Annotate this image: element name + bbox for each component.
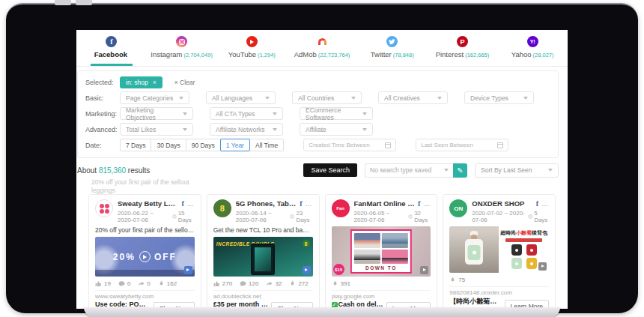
countries-select[interactable]: All Countries <box>292 91 362 104</box>
select-value: No search type saved <box>370 166 431 174</box>
tab-count: (28,027) <box>533 52 554 58</box>
share-icon <box>138 280 145 287</box>
ad-creative-image[interactable]: INCREDIBLE DOUBLE 8 <box>213 237 313 277</box>
results-count-text: About 815,360 results <box>77 166 150 175</box>
save-search-button[interactable]: Save Search <box>303 163 357 177</box>
more-icon[interactable]: … <box>306 200 313 208</box>
sort-select[interactable]: Sort By Last Seen <box>475 163 559 178</box>
created-time-input[interactable]: Created Time Between <box>303 139 396 151</box>
stat-value: 391 <box>341 280 350 287</box>
advertiser-name[interactable]: Sweaty Betty London | Wom... <box>118 199 178 208</box>
ad-card-fanmart[interactable]: Fan FanMart Online Shopping - F... f … 2… <box>325 194 438 309</box>
cta-types-select[interactable]: All CTA Types <box>210 107 283 120</box>
select-value: All CTA Types <box>216 110 255 118</box>
creatives-select[interactable]: All Creatives <box>378 91 448 104</box>
clear-filters-link[interactable]: × Clear <box>174 79 195 86</box>
date-30days-button[interactable]: 30 Days <box>151 139 186 151</box>
engagement-stats: 75 <box>449 273 549 287</box>
tab-pinterest[interactable]: P Pinterest(162,665) <box>428 30 498 66</box>
clock-icon <box>528 214 532 220</box>
more-icon[interactable]: … <box>541 200 549 208</box>
advertiser-avatar: Fan <box>332 199 350 217</box>
edit-saved-search-button[interactable]: ✎ <box>453 163 467 178</box>
select-value: Total Likes <box>126 126 156 133</box>
marketing-objectives-select[interactable]: Marketing Objectives <box>120 107 193 120</box>
ee-logo-icon: 8 <box>303 240 310 247</box>
ad-body-text: 20% off your first pair of the sellout l… <box>95 226 195 234</box>
thumb-up-icon <box>213 280 220 287</box>
selected-filter-chip[interactable]: in: shop× <box>120 76 162 88</box>
ad-card-sweaty-betty[interactable]: Sweaty Betty London | Wom... f … 2020-06… <box>88 194 201 309</box>
camera-icon <box>179 39 185 45</box>
headline-part: 超時尚 <box>500 230 516 235</box>
tab-admob[interactable]: AdMob(22,723,764) <box>287 30 357 66</box>
advertiser-name[interactable]: FanMart Online Shopping - F... <box>354 199 415 208</box>
stat-value: 272 <box>298 280 308 287</box>
flame-icon <box>289 280 296 287</box>
chevron-down-icon <box>273 112 277 115</box>
ad-domain: play.google.com <box>332 291 431 301</box>
last-seen-input[interactable]: Last Seen Between <box>416 139 508 151</box>
chevron-down-icon <box>265 97 270 100</box>
comments-stat: 0 <box>118 280 130 287</box>
ad-creative-image[interactable]: 20% OFF <box>95 237 195 277</box>
chevron-down-icon <box>362 112 367 115</box>
date-90days-button[interactable]: 90 Days <box>186 139 221 151</box>
languages-select[interactable]: All Languages <box>206 91 276 104</box>
admob-icon <box>317 36 328 47</box>
headline-part-red: 小雛菊 <box>516 230 532 235</box>
date-7days-button[interactable]: 7 Days <box>120 139 151 151</box>
tab-twitter[interactable]: Twitter(78,848) <box>357 30 428 66</box>
days-running: 15 Days <box>172 210 195 223</box>
heat-stat: 391 <box>332 280 350 287</box>
share-icon <box>266 280 273 287</box>
total-likes-select[interactable]: Total Likes <box>120 123 193 136</box>
product-photo <box>354 250 380 265</box>
clock-icon <box>290 214 294 220</box>
advertiser-name[interactable]: ONXDER SHOP <box>472 199 532 208</box>
ad-title: 【時尚小雛菊後背包】小雛菊刺... <box>449 297 501 307</box>
flame-icon <box>332 280 338 287</box>
ad-creative-image[interactable]: DOWN TO $15 <box>332 226 431 277</box>
tab-instagram[interactable]: Instagram(2,704,049) <box>147 30 217 66</box>
card-header: 8 5G Phones, Tablets & SIMs | ... f … 20… <box>213 199 313 223</box>
select-value: Marketing Objectives <box>126 106 183 121</box>
more-icon[interactable]: … <box>423 200 431 208</box>
affiliate-select[interactable]: Affiliate <box>300 123 373 136</box>
select-value: All Creatives <box>384 94 420 102</box>
chip-remove-icon[interactable]: × <box>153 79 157 86</box>
saved-search-select[interactable]: No search type saved <box>365 163 453 178</box>
page-categories-select[interactable]: Page Categories <box>120 91 189 104</box>
date-range-segmented: 7 Days 30 Days 90 Days 1 Year All Time <box>120 139 284 151</box>
results-count: 815,360 <box>99 166 126 175</box>
play-icon[interactable] <box>139 251 151 262</box>
tab-count: (162,665) <box>465 52 489 58</box>
instagram-icon <box>176 36 187 47</box>
backpack-swatch <box>526 244 537 256</box>
filter-label: Advanced: <box>85 126 120 133</box>
input-placeholder: Created Time Between <box>309 142 369 148</box>
filter-label: Date: <box>85 142 120 149</box>
chevron-down-icon <box>548 169 553 172</box>
tab-facebook[interactable]: f Facebook <box>76 30 147 66</box>
advertiser-avatar: ON <box>449 199 467 217</box>
clock-icon <box>172 214 177 220</box>
card-header-text: ONXDER SHOP f … 2020-07-02 ~ 2020-07-06 … <box>472 199 549 223</box>
more-icon[interactable]: … <box>187 200 195 208</box>
tab-yahoo[interactable]: Y! Yahoo(28,027) <box>497 30 568 66</box>
days-label: 15 Days <box>178 210 195 223</box>
ad-card-5g-phones[interactable]: 8 5G Phones, Tablets & SIMs | ... f … 20… <box>207 194 320 309</box>
device-types-select[interactable]: Device Types <box>464 91 534 104</box>
advertiser-name[interactable]: 5G Phones, Tablets & SIMs | ... <box>236 199 297 208</box>
select-value: All Languages <box>212 94 252 102</box>
advertiser-avatar: 8 <box>213 199 231 217</box>
admob-arch-icon <box>318 38 326 45</box>
date-1year-button[interactable]: 1 Year <box>220 139 250 151</box>
filter-label: Marketing: <box>85 110 120 118</box>
ad-creative-image[interactable]: 超時尚小雛菊後背包 <box>449 226 549 273</box>
tab-youtube[interactable]: YouTube(1,294) <box>216 30 287 66</box>
ecommerce-softwares-select[interactable]: ECommerce Softwares <box>300 107 373 120</box>
ad-card-onxder[interactable]: ON ONXDER SHOP f … 2020-07-02 ~ 2020-07-… <box>443 194 556 309</box>
affiliate-networks-select[interactable]: Affiliate Networks <box>210 123 283 136</box>
date-alltime-button[interactable]: All Time <box>250 139 284 151</box>
